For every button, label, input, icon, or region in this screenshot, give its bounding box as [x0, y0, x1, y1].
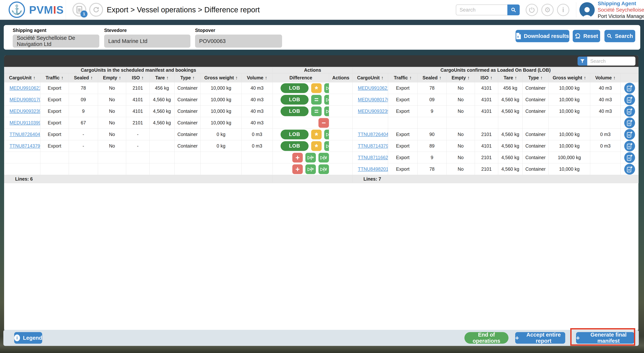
stopover-field[interactable]: POV00063 — [195, 35, 282, 48]
sort-arrow-icon[interactable]: ↑ — [192, 75, 195, 80]
sort-arrow-icon[interactable]: ↑ — [515, 75, 517, 80]
sort-arrow-icon[interactable]: ↑ — [381, 75, 384, 80]
add-document-button[interactable] — [624, 106, 635, 117]
column-header-volume[interactable]: Volume↑ — [242, 73, 273, 82]
column-header-cargo-unit[interactable]: CargoUnit↑ — [352, 73, 388, 82]
accept-entire-report-button[interactable]: + Accept entire report — [515, 332, 565, 344]
column-header-cargo-unit[interactable]: CargoUnit↑ — [4, 73, 40, 82]
column-header-traffic[interactable]: Traffic↑ — [388, 73, 418, 82]
lob-action-button[interactable]: LOB — [280, 83, 308, 93]
generate-final-manifest-button[interactable]: + Generate final manifest — [576, 332, 634, 344]
column-header-type[interactable]: Type↑ — [522, 73, 548, 82]
global-search-input[interactable] — [456, 5, 507, 15]
cargo-unit-link[interactable]: TTNU8714379 — [358, 143, 388, 149]
compare-action-button[interactable]: ▷|∨ — [324, 107, 329, 116]
compare-action-button[interactable]: ▷|∨ — [324, 130, 329, 139]
shipping-agent-field[interactable]: Société Seychelloise De Navigation Ltd — [13, 35, 99, 48]
plus-action-button[interactable]: + — [292, 164, 303, 174]
refresh-button[interactable] — [89, 3, 103, 17]
sort-arrow-icon[interactable]: ↑ — [584, 75, 586, 80]
compare-action-button[interactable]: ▷|∨ — [318, 164, 329, 174]
asterisk-action-button[interactable]: * — [311, 83, 322, 93]
sort-arrow-icon[interactable]: ↑ — [166, 75, 169, 80]
minus-action-button[interactable]: − — [318, 118, 329, 128]
cargo-unit-link[interactable]: MEDU9080170 — [358, 97, 388, 102]
column-header-sealed[interactable]: Sealed↑ — [69, 73, 98, 82]
add-document-button[interactable] — [624, 152, 635, 163]
end-of-operations-button[interactable]: End of operations — [464, 332, 508, 344]
sort-arrow-icon[interactable]: ↑ — [540, 75, 543, 80]
compare-action-button[interactable]: ▷|∨ — [324, 141, 329, 151]
cargo-unit-link[interactable]: TTNU8498201 — [358, 166, 388, 172]
download-results-button[interactable]: x Download results — [516, 30, 569, 42]
cargo-unit-link[interactable]: MEDU9080170 — [10, 97, 40, 102]
sort-arrow-icon[interactable]: ↑ — [439, 75, 442, 80]
equals-action-button[interactable]: = — [311, 107, 322, 116]
column-header-iso[interactable]: ISO↑ — [126, 73, 150, 82]
table-search-input[interactable] — [587, 57, 636, 66]
column-header-type[interactable]: Type↑ — [174, 73, 201, 82]
column-header-gross-weight[interactable]: Gross weight↑ — [548, 73, 590, 82]
sort-arrow-icon[interactable]: ↑ — [490, 75, 492, 80]
add-document-button[interactable] — [624, 129, 635, 140]
user-info[interactable]: Shipping Agent Société Seychelloise De P… — [598, 0, 644, 20]
column-header-iso[interactable]: ISO↑ — [475, 73, 498, 82]
user-avatar[interactable] — [580, 2, 595, 18]
reset-button[interactable]: Reset — [573, 30, 600, 42]
sort-arrow-icon[interactable]: ↑ — [119, 75, 121, 80]
add-document-button[interactable] — [624, 164, 635, 175]
sort-arrow-icon[interactable]: ↑ — [236, 75, 238, 80]
compare-action-button[interactable]: ▷|∨ — [324, 83, 329, 93]
column-header-empty[interactable]: Empty↑ — [98, 73, 126, 82]
search-button[interactable]: Search — [604, 30, 635, 42]
logout-button[interactable] — [526, 4, 538, 16]
sort-arrow-icon[interactable]: ↑ — [468, 75, 470, 80]
compare-action-button[interactable]: ▷|∨ — [324, 95, 329, 105]
sort-arrow-icon[interactable]: ↑ — [61, 75, 64, 80]
column-header-tare[interactable]: Tare↑ — [498, 73, 522, 82]
plus-action-button[interactable]: + — [292, 153, 303, 163]
asterisk-action-button[interactable]: * — [311, 141, 322, 151]
playplus-action-button[interactable]: ▷|+ — [306, 164, 316, 174]
cargo-unit-link[interactable]: MEDU9910621 — [358, 85, 388, 91]
lob-action-button[interactable]: LOB — [280, 130, 308, 139]
equals-action-button[interactable]: = — [311, 95, 322, 105]
column-header-sealed[interactable]: Sealed↑ — [418, 73, 446, 82]
sort-arrow-icon[interactable]: ↑ — [33, 75, 36, 80]
column-header-empty[interactable]: Empty↑ — [446, 73, 475, 82]
cargo-unit-link[interactable]: MEDU9110399 — [10, 120, 40, 125]
table-filter-button[interactable] — [578, 57, 587, 66]
legend-button[interactable]: i Legend — [14, 332, 42, 344]
reports-button[interactable]: 1 — [72, 3, 86, 17]
cargo-unit-link[interactable]: TTNU8711662 — [358, 155, 388, 160]
lob-action-button[interactable]: LOB — [280, 107, 308, 116]
sort-arrow-icon[interactable]: ↑ — [409, 75, 412, 80]
column-header-tare[interactable]: Tare↑ — [150, 73, 174, 82]
info-button[interactable]: i — [557, 4, 569, 16]
compare-action-button[interactable]: ▷|∨ — [318, 153, 329, 163]
cargo-unit-link[interactable]: TTNU8714379 — [10, 143, 40, 149]
playplus-action-button[interactable]: ▷|+ — [306, 153, 316, 163]
asterisk-action-button[interactable]: * — [311, 130, 322, 139]
add-document-button[interactable] — [624, 118, 635, 128]
add-document-button[interactable] — [624, 141, 635, 151]
settings-button[interactable]: ⚙ — [541, 4, 554, 16]
add-document-button[interactable] — [624, 83, 635, 94]
sort-arrow-icon[interactable]: ↑ — [90, 75, 93, 80]
lob-action-button[interactable]: LOB — [280, 141, 308, 151]
column-header-gross-weight[interactable]: Gross weight↑ — [201, 73, 242, 82]
cargo-unit-link[interactable]: MEDU9093239 — [358, 109, 388, 114]
stevedore-field[interactable]: Land Marine Ltd — [104, 35, 190, 48]
cargo-unit-link[interactable]: MEDU9910621 — [10, 85, 40, 91]
column-header-volume[interactable]: Volume↑ — [590, 73, 621, 82]
cargo-unit-link[interactable]: TTNU8726404 — [10, 132, 40, 137]
column-header-traffic[interactable]: Traffic↑ — [40, 73, 69, 82]
add-document-button[interactable] — [624, 94, 635, 105]
sort-arrow-icon[interactable]: ↑ — [141, 75, 144, 80]
sort-arrow-icon[interactable]: ↑ — [613, 75, 616, 80]
cargo-unit-link[interactable]: MEDU9093239 — [10, 109, 40, 114]
cargo-unit-link[interactable]: TTNU8726404 — [358, 132, 388, 137]
global-search-button[interactable] — [507, 5, 520, 15]
lob-action-button[interactable]: LOB — [280, 95, 308, 105]
sort-arrow-icon[interactable]: ↑ — [265, 75, 267, 80]
